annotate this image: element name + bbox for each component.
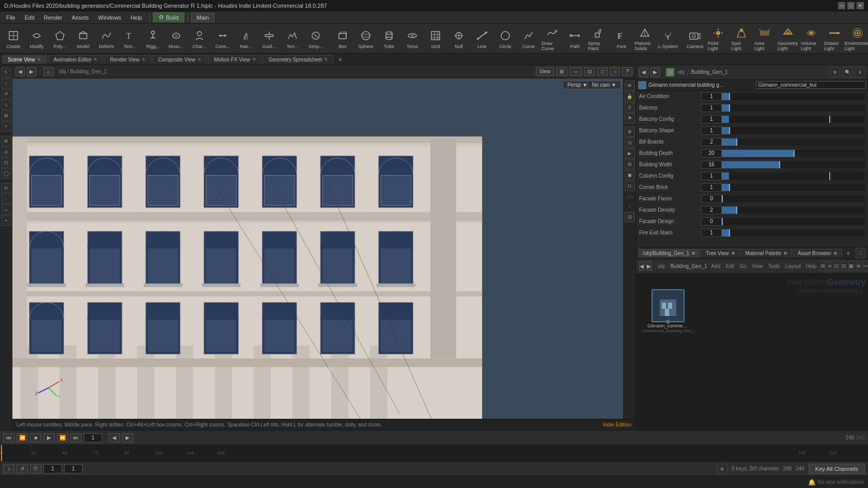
network-canvas[interactable]: Indie Edition Geometry Giimann commercia… [636,274,868,431]
edges-btn[interactable]: — [1,204,11,215]
close-motion-fx[interactable]: ✕ [252,57,256,62]
box-tool[interactable]: Box [331,25,354,52]
font-tool[interactable]: F Font [610,25,633,52]
char-tool[interactable]: Char... [188,25,211,52]
network-maximize[interactable]: □ [856,248,866,258]
close-material-tab[interactable]: ✕ [783,250,787,256]
prop-slider-balcony-config[interactable] [722,116,865,123]
tl-stop[interactable]: ■ [30,433,41,443]
tube-tool[interactable]: Tube [378,25,400,52]
prop-value-facade-density[interactable] [701,206,722,214]
solo-btn[interactable]: S [625,102,635,113]
path-tool[interactable]: Path [564,25,586,52]
props-forward[interactable]: ▶ [650,68,660,77]
move-tool-btn[interactable]: ↕ [1,78,11,88]
prop-slider-corner-brick[interactable] [722,184,865,191]
menu-assets[interactable]: Assets [68,13,93,22]
line-tool[interactable]: Line [471,25,493,52]
menu-windows[interactable]: Windows [94,13,126,22]
prop-value-building-width[interactable] [701,161,722,169]
prop-value-balcony-config[interactable] [701,115,722,123]
tl-playhead[interactable] [1,445,2,461]
flag-btn[interactable]: ⚑ [625,113,635,123]
tl-frame-input[interactable] [84,433,102,443]
main-button[interactable]: Main [191,13,215,22]
cons-tool[interactable]: Cons... [211,25,234,52]
view-mode-btn[interactable]: View [536,67,554,76]
net-btn-5[interactable]: ▦ [848,261,854,271]
lock-btn[interactable]: 🔒 [625,91,635,102]
prop-value-bill-boards[interactable] [701,138,722,146]
vp-home-btn[interactable]: ⌂ [43,67,54,76]
pivot2-btn[interactable]: ◎ [625,137,635,148]
vp-tool-4[interactable]: □ [597,67,608,76]
net-go[interactable]: Go [740,263,747,269]
area-light-tool[interactable]: Area Light [753,25,776,52]
point-light-tool[interactable]: Point Light [707,25,730,52]
env-light-tool[interactable]: Environment Light [846,25,868,52]
soft-btn[interactable]: ◯ [1,168,11,179]
tl-audio[interactable]: ♪ [3,464,14,474]
vp-tool-1[interactable]: ⊞ [556,67,567,76]
deform-tool[interactable]: Deform [95,25,118,52]
prop-slider-facade-design[interactable] [722,218,865,225]
prop-value-balcony[interactable] [701,104,722,112]
vp-tool-5[interactable]: ○ [610,67,620,76]
no-cam-button[interactable]: No cam ▼ [587,81,621,89]
net-btn-3[interactable]: ⊡ [834,261,839,271]
snap-btn[interactable]: ⊕ [1,136,11,146]
tab-motion-fx[interactable]: Motion FX View ✕ [208,55,262,64]
create-tool[interactable]: Create [2,25,25,52]
net-edit[interactable]: Edit [725,263,734,269]
net-btn-1[interactable]: ⊞ [820,261,826,271]
menu-file[interactable]: File [2,13,20,22]
close-tree-tab[interactable]: ✕ [731,250,735,256]
props-search-btn[interactable]: 🔍 [842,67,853,77]
visibility-btn[interactable]: 👁 [625,81,635,91]
platonic-tool[interactable]: Platonic Solids [633,25,656,52]
menu-edit[interactable]: Edit [21,13,39,22]
shade-btn[interactable]: ◼ [625,170,635,180]
model-tool[interactable]: Model [72,25,95,52]
timeline-bar[interactable]: 0 24 48 72 96 120 144 168 192 216 [0,445,868,461]
tab-material-palette[interactable]: Material Palette ✕ [741,249,792,257]
grid-size-btn[interactable]: ⊟ [625,212,635,222]
rotate-tool-btn[interactable]: ↺ [1,89,11,99]
close-geo-spreadsheet[interactable]: ✕ [324,57,328,62]
network-node-building[interactable]: Giimann_commercial_building_gen_1 Commer… [642,289,694,333]
prop-value-facade-faces[interactable] [701,195,722,203]
prop-slider-building-width[interactable] [722,161,865,168]
prop-slider-air-condition[interactable] [722,93,865,100]
pivot-btn[interactable]: ◎ [1,147,11,157]
vp-back-btn[interactable]: ◀ [16,67,25,76]
circle-tool[interactable]: Circle [494,25,517,52]
prop-value-corner-brick[interactable] [701,183,722,192]
tl-forward[interactable]: ⏭ [70,433,82,443]
close-asset-tab[interactable]: ✕ [833,250,838,256]
net-view[interactable]: View [752,263,763,269]
prop-slider-fire-exit-stairs[interactable] [722,229,865,237]
maximize-btn[interactable]: □ [847,2,855,9]
net-help[interactable]: Help [806,263,817,269]
close-composite-view[interactable]: ✕ [197,57,202,62]
key-marker[interactable]: ⊕ [717,464,727,474]
close-animation-editor[interactable]: ✕ [94,57,98,62]
vp-forward-btn[interactable]: ▶ [27,67,36,76]
prop-value-balcony-shape[interactable] [701,127,722,135]
tl-loop[interactable]: ↺ [17,464,28,474]
prop-slider-facade-density[interactable] [722,207,865,214]
net-layout[interactable]: Layout [785,263,801,269]
prop-value-air-condition[interactable] [701,92,722,101]
simp-tool[interactable]: Simp... [304,25,327,52]
prop-slider-facade-faces[interactable] [722,195,865,202]
net-btn-2[interactable]: ≡ [828,261,831,271]
tab-obj-building[interactable]: /obj/Building_Gen_1 ✕ [638,249,700,257]
guid-tool[interactable]: Guid... [258,25,281,52]
render-btn[interactable]: ▶ [625,148,635,159]
net-back[interactable]: ◀ [639,261,644,271]
lsystem-tool[interactable]: L-System [657,25,679,52]
modify-tool[interactable]: Modify [25,25,48,52]
draw-curve-tool[interactable]: Draw Curve [540,25,563,52]
wire-btn[interactable]: ⊞ [625,159,635,169]
tab-geo-spreadsheet[interactable]: Geometry Spreadsheet ✕ [263,55,334,64]
